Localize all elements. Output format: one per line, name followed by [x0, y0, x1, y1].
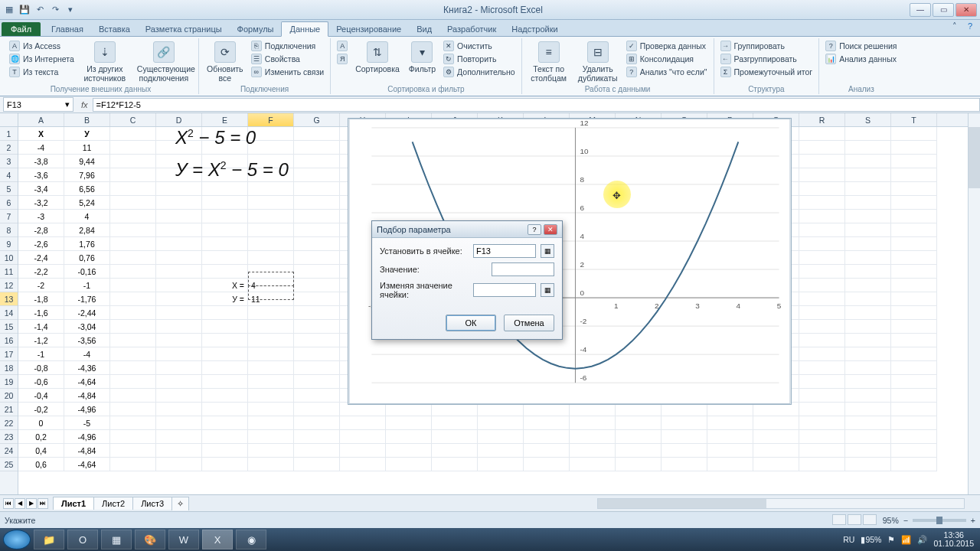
- start-button[interactable]: [3, 530, 31, 549]
- tab-view[interactable]: Вид: [409, 22, 439, 36]
- existing-connections-button[interactable]: 🔗Существующие подключения: [134, 40, 194, 84]
- sheet-nav-next-icon[interactable]: ▶: [26, 498, 37, 509]
- tab-review[interactable]: Рецензирование: [328, 22, 409, 36]
- taskbar-app1[interactable]: ▦: [101, 530, 132, 549]
- clear-filter-button[interactable]: ✕Очистить: [442, 40, 517, 52]
- from-web-button[interactable]: 🌐Из Интернета: [8, 53, 76, 65]
- svg-text:8: 8: [580, 175, 584, 184]
- sheet-nav-prev-icon[interactable]: ◀: [15, 498, 25, 509]
- data-analysis-button[interactable]: 📊Анализ данных: [824, 53, 898, 65]
- taskbar-explorer[interactable]: 📁: [34, 530, 64, 549]
- group-icon: →: [720, 41, 731, 51]
- tab-formulas[interactable]: Формулы: [230, 22, 282, 36]
- changing-cell-input[interactable]: [473, 283, 536, 297]
- analysis-icon: 📊: [825, 54, 836, 64]
- horizontal-scrollbar[interactable]: [597, 498, 965, 509]
- tab-data[interactable]: Данные: [281, 21, 328, 37]
- remove-duplicates-button[interactable]: ⊟Удалить дубликаты: [574, 40, 622, 84]
- from-other-sources-button[interactable]: ⇣Из других источников: [79, 40, 131, 84]
- subtotal-button[interactable]: ΣПромежуточный итог: [719, 66, 815, 78]
- name-box[interactable]: F13▾: [3, 97, 74, 112]
- ribbon: AИз Access 🌐Из Интернета TИз текста ⇣Из …: [0, 37, 980, 96]
- dialog-close-button[interactable]: ✕: [544, 224, 557, 235]
- tray-network-icon[interactable]: 📶: [901, 535, 911, 545]
- reapply-button[interactable]: ↻Повторить: [442, 53, 517, 65]
- taskbar-excel[interactable]: X: [202, 530, 233, 549]
- ribbon-minimize-icon[interactable]: ˄: [949, 21, 960, 32]
- connections-button[interactable]: ⎘Подключения: [250, 40, 325, 52]
- dialog-help-button[interactable]: ?: [528, 224, 541, 235]
- minimize-button[interactable]: —: [910, 3, 931, 17]
- view-buttons[interactable]: [832, 514, 878, 527]
- file-tab[interactable]: Файл: [2, 22, 41, 36]
- tray-date[interactable]: 01.10.2015: [933, 540, 974, 548]
- text-to-columns-button[interactable]: ≡Текст по столбцам: [527, 40, 571, 84]
- filter-button[interactable]: ▾Фильтр: [406, 40, 439, 75]
- what-if-button[interactable]: ?Анализ "что если": [625, 66, 709, 78]
- properties-button[interactable]: ☰Свойства: [250, 53, 325, 65]
- qat-more-icon[interactable]: ▾: [64, 4, 77, 16]
- fx-icon[interactable]: fx: [77, 100, 93, 109]
- sheet-nav-last-icon[interactable]: ⏭: [38, 498, 48, 509]
- from-access-button[interactable]: AИз Access: [8, 40, 76, 52]
- refresh-all-button[interactable]: ⟳Обновить все: [204, 40, 247, 84]
- tab-home[interactable]: Главная: [44, 22, 91, 36]
- maximize-button[interactable]: ▭: [933, 3, 954, 17]
- new-sheet-button[interactable]: ✧: [172, 497, 189, 510]
- svg-text:12: 12: [580, 119, 589, 127]
- taskbar-opera[interactable]: O: [67, 530, 98, 549]
- edit-links-button[interactable]: ∞Изменить связи: [250, 66, 325, 78]
- svg-text:1: 1: [614, 302, 619, 310]
- sheet-nav-first-icon[interactable]: ⏮: [3, 498, 14, 509]
- zoom-level[interactable]: 95%: [883, 516, 899, 525]
- zoom-out-icon[interactable]: −: [903, 516, 908, 525]
- save-icon[interactable]: 💾: [18, 4, 31, 16]
- sort-icon: ⇅: [367, 41, 388, 63]
- tray-lang[interactable]: RU: [843, 535, 854, 544]
- namebox-dropdown-icon[interactable]: ▾: [65, 99, 70, 109]
- tab-page-layout[interactable]: Разметка страницы: [138, 22, 230, 36]
- clear-icon: ✕: [443, 41, 454, 51]
- tab-developer[interactable]: Разработчик: [439, 22, 504, 36]
- to-value-label: Значение:: [380, 265, 487, 274]
- close-button[interactable]: ✕: [956, 3, 977, 17]
- svg-text:3: 3: [695, 302, 700, 310]
- cancel-button[interactable]: Отмена: [504, 315, 554, 331]
- consolidate-button[interactable]: ⊞Консолидация: [625, 53, 709, 65]
- taskbar-chrome[interactable]: ◉: [236, 530, 266, 549]
- changing-cell-label: Изменяя значение ячейки:: [380, 281, 469, 299]
- tab-insert[interactable]: Вставка: [91, 22, 138, 36]
- group-button[interactable]: →Группировать: [719, 40, 815, 52]
- solver-button[interactable]: ?Поиск решения: [824, 40, 898, 52]
- sheet-tab-2[interactable]: Лист2: [93, 497, 133, 510]
- vertical-scrollbar[interactable]: [968, 113, 980, 494]
- sort-za-button[interactable]: Я: [335, 53, 349, 65]
- sort-az-button[interactable]: A: [335, 40, 349, 52]
- formula-input[interactable]: =F12*F12-5: [93, 98, 980, 112]
- set-cell-ref-button[interactable]: ▦: [541, 244, 554, 258]
- solver-icon: ?: [825, 41, 836, 51]
- text-to-columns-icon: ≡: [538, 41, 560, 63]
- window-title: Книга2 - Microsoft Excel: [77, 5, 910, 15]
- tray-flag-icon[interactable]: ⚑: [887, 535, 895, 544]
- sheet-tab-3[interactable]: Лист3: [132, 497, 172, 510]
- ok-button[interactable]: ОК: [446, 315, 496, 331]
- set-cell-input[interactable]: [473, 244, 536, 258]
- redo-icon[interactable]: ↷: [49, 4, 61, 16]
- taskbar-paint[interactable]: 🎨: [135, 530, 165, 549]
- zoom-in-icon[interactable]: +: [971, 516, 975, 525]
- tab-addins[interactable]: Надстройки: [504, 22, 565, 36]
- sort-button[interactable]: ⇅Сортировка: [352, 40, 403, 75]
- taskbar-word[interactable]: W: [168, 530, 199, 549]
- advanced-filter-button[interactable]: ⚙Дополнительно: [442, 66, 517, 78]
- data-validation-button[interactable]: ✓Проверка данных: [625, 40, 709, 52]
- undo-icon[interactable]: ↶: [34, 4, 46, 16]
- tray-volume-icon[interactable]: 🔊: [917, 535, 927, 545]
- ungroup-button[interactable]: ←Разгруппировать: [719, 53, 815, 65]
- to-value-input[interactable]: [492, 262, 554, 276]
- tray-battery-icon[interactable]: ▮95%: [861, 535, 881, 544]
- help-icon[interactable]: ?: [965, 21, 975, 32]
- sheet-tab-1[interactable]: Лист1: [53, 497, 94, 510]
- from-text-button[interactable]: TИз текста: [8, 66, 76, 78]
- changing-cell-ref-button[interactable]: ▦: [541, 283, 554, 297]
